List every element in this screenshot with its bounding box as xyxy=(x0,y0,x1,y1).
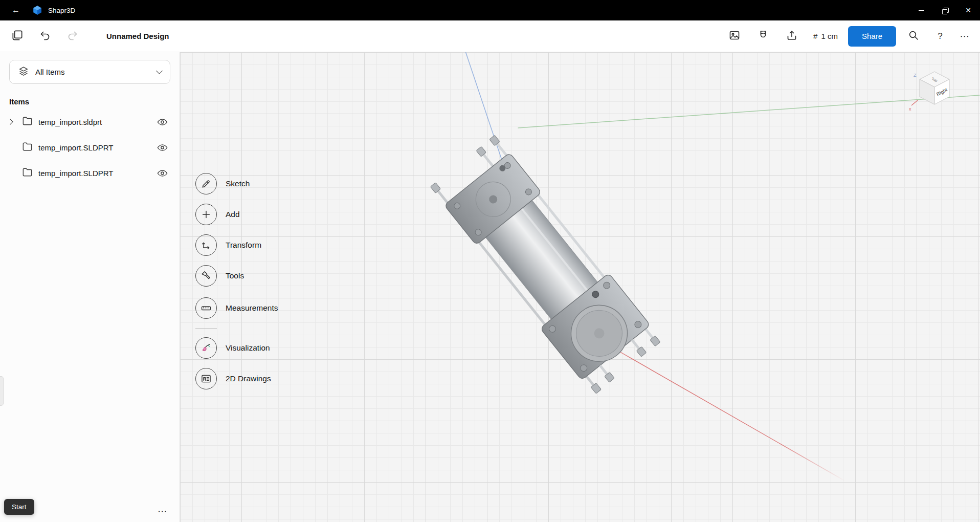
hammer-icon xyxy=(195,265,217,287)
sidebar-more-button[interactable]: ⋯ xyxy=(158,505,167,517)
undo-icon xyxy=(39,29,51,43)
designs-stack-icon xyxy=(11,29,24,44)
maximize-restore-button[interactable] xyxy=(933,0,956,20)
tool-visualization[interactable]: Visualization xyxy=(195,337,278,359)
plus-icon xyxy=(195,204,217,225)
tree-row[interactable]: temp_import.SLDPRT xyxy=(0,160,180,186)
toolbar-left-group xyxy=(6,25,84,48)
drawing-sheet-icon xyxy=(195,368,217,389)
start-tooltip: Start xyxy=(4,499,34,515)
paintbrush-icon xyxy=(195,337,217,359)
tool-tools[interactable]: Tools xyxy=(195,265,278,287)
snapping-button[interactable] xyxy=(752,25,774,48)
search-button[interactable] xyxy=(902,25,925,48)
folder-icon xyxy=(21,141,33,155)
items-filter-dropdown[interactable]: All Items xyxy=(9,60,170,84)
tree-row[interactable]: temp_import.SLDPRT xyxy=(0,135,180,160)
tool-label: Measurements xyxy=(226,303,278,313)
image-icon xyxy=(728,29,741,43)
sketch-pen-icon xyxy=(195,173,217,194)
grid-units-display[interactable]: # 1 cm xyxy=(809,32,842,40)
tool-label: Tools xyxy=(226,271,244,280)
undo-button[interactable] xyxy=(34,25,56,48)
restore-icon xyxy=(942,8,948,13)
folder-icon xyxy=(21,166,33,180)
tool-label: Sketch xyxy=(226,179,250,188)
help-button[interactable]: ? xyxy=(931,31,949,41)
tool-add[interactable]: Add xyxy=(195,204,278,225)
folder-icon xyxy=(21,115,33,129)
toolbar-more-button[interactable]: ⋯ xyxy=(955,30,974,42)
viewcube-x-label: x xyxy=(909,106,911,112)
grid-units-value: 1 cm xyxy=(821,32,838,40)
export-button[interactable] xyxy=(781,25,803,48)
search-icon xyxy=(907,29,920,43)
share-button[interactable]: Share xyxy=(848,26,896,47)
tool-label: Transform xyxy=(226,241,261,250)
modeling-tool-menu: Sketch Add xyxy=(195,173,278,399)
tool-sketch[interactable]: Sketch xyxy=(195,173,278,194)
viewcube-x-axis xyxy=(911,100,918,105)
magnet-icon xyxy=(757,29,769,43)
scene-svg xyxy=(180,52,980,522)
tool-2d-drawings[interactable]: 2D Drawings xyxy=(195,368,278,389)
visibility-eye-icon[interactable] xyxy=(155,140,169,155)
tool-label: 2D Drawings xyxy=(226,374,271,383)
viewcube-z-label: Z xyxy=(914,73,917,78)
main-area: All Items Items temp_import.sldprt xyxy=(0,52,980,522)
shapr3d-logo-icon xyxy=(32,5,43,16)
visibility-eye-icon[interactable] xyxy=(155,166,169,180)
tool-measurements[interactable]: Measurements xyxy=(195,297,278,319)
tool-menu-divider xyxy=(195,328,217,329)
chevron-down-icon xyxy=(156,68,163,74)
app-title: Shapr3D xyxy=(48,7,75,14)
orientation-cube[interactable]: Z Top Right x xyxy=(906,63,963,120)
tree-row[interactable]: temp_import.sldprt xyxy=(0,109,180,135)
my-designs-button[interactable] xyxy=(6,25,29,48)
viewport-3d[interactable]: Z Top Right x xyxy=(180,52,980,522)
panel-edge-handle[interactable] xyxy=(0,376,4,406)
import-image-button[interactable] xyxy=(723,25,746,48)
back-arrow-icon: ← xyxy=(12,6,20,15)
main-toolbar: Unnamed Design xyxy=(0,20,980,52)
redo-icon xyxy=(66,29,79,43)
redo-button[interactable] xyxy=(61,25,84,48)
export-icon xyxy=(786,29,798,43)
shapr3d-app-window: ← Shapr3D ✕ xyxy=(0,0,980,522)
tool-label: Add xyxy=(226,210,240,219)
items-filter-label: All Items xyxy=(35,68,65,76)
back-button[interactable]: ← xyxy=(0,0,32,20)
titlebar: ← Shapr3D ✕ xyxy=(0,0,980,20)
minimize-icon xyxy=(919,10,924,11)
tool-transform[interactable]: Transform xyxy=(195,234,278,256)
visibility-eye-icon[interactable] xyxy=(155,115,169,129)
chevron-right-icon[interactable] xyxy=(7,119,13,124)
tree-item-label: temp_import.sldprt xyxy=(38,118,155,126)
design-title: Unnamed Design xyxy=(106,32,169,40)
items-heading: Items xyxy=(9,97,180,106)
minimize-button[interactable] xyxy=(909,0,933,20)
grid-hash-icon: # xyxy=(813,32,817,40)
tree-item-label: temp_import.SLDPRT xyxy=(38,143,155,152)
ruler-icon xyxy=(195,297,217,319)
layers-icon xyxy=(18,66,29,79)
items-sidebar: All Items Items temp_import.sldprt xyxy=(0,52,180,522)
close-icon: ✕ xyxy=(965,7,971,14)
toolbar-right-group: # 1 cm Share ? ⋯ xyxy=(723,25,974,48)
transform-arrows-icon xyxy=(195,234,217,256)
tree-item-label: temp_import.SLDPRT xyxy=(38,169,155,178)
close-button[interactable]: ✕ xyxy=(956,0,980,20)
tool-label: Visualization xyxy=(226,343,270,353)
